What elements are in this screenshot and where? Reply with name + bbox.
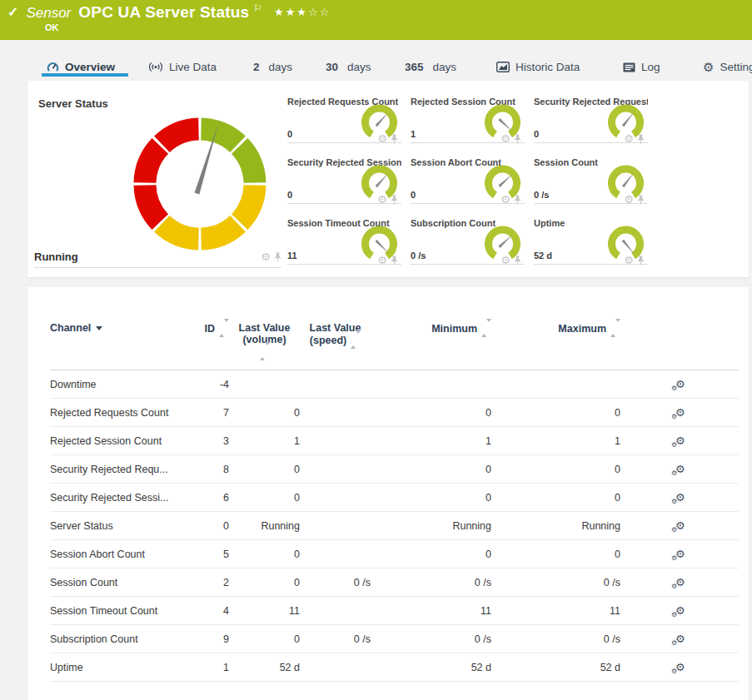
gear-icon[interactable]: ⚙: [261, 251, 271, 262]
channel-name-cell: Session Count: [50, 568, 196, 597]
channel-id-cell: 2: [196, 568, 229, 597]
maximum-cell: 0: [491, 484, 620, 512]
last-value-speed-cell: [300, 540, 371, 568]
channel-settings-icon[interactable]: ⚙⚙: [675, 379, 685, 390]
gear-icon[interactable]: ⚙: [624, 133, 634, 144]
gear-icon[interactable]: ⚙: [377, 133, 387, 144]
column-header-last-value-speed[interactable]: Last Value (speed): [300, 322, 371, 370]
gauge-segment-green: [240, 146, 255, 182]
maximum-cell: 0: [491, 399, 620, 427]
channel-settings-icon[interactable]: ⚙⚙: [675, 492, 685, 503]
gauge-needle: [498, 174, 511, 187]
gear-icon[interactable]: ⚙: [624, 194, 634, 205]
gear-icon[interactable]: ⚙: [377, 194, 387, 205]
maximum-cell: 11: [491, 597, 620, 625]
channel-settings-cell: ⚙⚙: [620, 512, 739, 540]
channel-id-cell: 4: [196, 597, 229, 625]
tab-bar: Overview Live Data 2 days 30 days 365 da…: [0, 40, 752, 81]
historic-chart-icon: [496, 62, 510, 72]
gauge-value: 11: [287, 251, 297, 261]
channel-settings-cell: ⚙⚙: [620, 653, 739, 682]
column-label: ID: [205, 323, 216, 335]
table-header-row: Channel ID Last Value (volume) Last Valu…: [50, 322, 739, 370]
pin-icon[interactable]: [637, 256, 645, 266]
gauge-value: 0 /s: [411, 251, 426, 261]
channel-settings-icon[interactable]: ⚙⚙: [675, 633, 685, 644]
channels-table: Channel ID Last Value (volume) Last Valu…: [50, 322, 739, 682]
last-value-volume-cell: [229, 370, 300, 399]
last-value-speed-cell: [300, 399, 371, 427]
channel-settings-icon[interactable]: ⚙⚙: [675, 407, 685, 418]
channel-settings-icon[interactable]: ⚙⚙: [675, 520, 685, 531]
channel-id-cell: -4: [196, 370, 229, 399]
gauge-tile: Rejected Session Count1⚙: [411, 95, 525, 156]
column-header-maximum[interactable]: Maximum: [491, 322, 620, 370]
gauge-tile: Uptime52 d⚙: [534, 216, 648, 277]
minimum-cell: 0 /s: [371, 625, 491, 653]
last-value-speed-cell: [300, 427, 371, 455]
small-gauges-grid: Rejected Requests Count0⚙Rejected Sessio…: [287, 95, 648, 277]
tab-30-days[interactable]: 30 days: [326, 61, 371, 73]
sort-icon: [260, 345, 270, 357]
column-header-id[interactable]: ID: [196, 322, 229, 370]
channel-settings-cell: ⚙⚙: [620, 370, 739, 399]
channel-name-cell: Session Abort Count: [50, 540, 196, 568]
channel-name-cell: Server Status: [50, 512, 196, 540]
flag-icon[interactable]: ⚐: [253, 2, 262, 14]
last-value-volume-cell: 11: [229, 597, 300, 625]
column-header-channel[interactable]: Channel: [50, 322, 196, 370]
pin-icon[interactable]: [391, 256, 398, 266]
channel-settings-icon[interactable]: ⚙⚙: [675, 464, 685, 474]
channel-settings-icon[interactable]: ⚙⚙: [675, 549, 685, 559]
tab-live-data[interactable]: Live Data: [148, 61, 217, 73]
pin-icon[interactable]: [391, 134, 398, 144]
channel-settings-cell: ⚙⚙: [620, 399, 739, 427]
tab-label: days: [269, 61, 293, 73]
gear-icon[interactable]: ⚙: [501, 133, 510, 144]
table-row: Uptime152 d52 d52 d⚙⚙: [50, 653, 739, 682]
channel-settings-icon[interactable]: ⚙⚙: [675, 662, 685, 673]
gear-icon[interactable]: ⚙: [501, 255, 510, 266]
pin-icon[interactable]: [514, 134, 521, 144]
column-header-last-value-volume[interactable]: Last Value (volume): [229, 322, 300, 370]
column-header-minimum[interactable]: Minimum: [371, 322, 491, 370]
maximum-cell: 0 /s: [491, 568, 620, 597]
gear-icon[interactable]: ⚙: [501, 194, 510, 205]
maximum-cell: Running: [491, 512, 620, 540]
channel-settings-icon[interactable]: ⚙⚙: [675, 605, 685, 616]
last-value-volume-cell: 1: [229, 427, 300, 455]
priority-stars[interactable]: ★★★☆☆: [274, 6, 331, 18]
tab-label: Log: [641, 61, 660, 73]
tab-settings[interactable]: ⚙ Settings: [703, 61, 752, 73]
pin-icon[interactable]: [514, 256, 521, 266]
pin-icon[interactable]: [274, 252, 281, 262]
table-row: Rejected Requests Count7000⚙⚙: [50, 399, 739, 427]
gauge-segment-red: [145, 146, 160, 182]
column-label: Channel: [50, 322, 91, 334]
tab-overview[interactable]: Overview: [47, 61, 115, 73]
tab-historic-data[interactable]: Historic Data: [496, 61, 580, 73]
sensor-status-text: OK: [45, 22, 59, 32]
tab-365-days[interactable]: 365 days: [405, 61, 456, 73]
tab-label: Live Data: [169, 61, 217, 73]
channel-settings-icon[interactable]: ⚙⚙: [675, 435, 685, 446]
sort-icon: [219, 322, 229, 334]
channel-name-cell: Rejected Requests Count: [50, 399, 196, 427]
minimum-cell: 0: [371, 455, 491, 484]
gear-icon[interactable]: ⚙: [624, 255, 634, 266]
gauge-tile: Session Timeout Count11⚙: [287, 216, 401, 277]
gauge-needle: [622, 112, 634, 127]
pin-icon[interactable]: [637, 134, 645, 144]
maximum-cell: 52 d: [491, 653, 620, 682]
channel-settings-icon[interactable]: ⚙⚙: [675, 577, 685, 588]
tab-log[interactable]: Log: [623, 61, 660, 73]
gear-icon[interactable]: ⚙: [377, 255, 387, 266]
gauge-value: 1: [411, 129, 416, 139]
pin-icon[interactable]: [391, 195, 398, 205]
log-icon: [623, 62, 635, 72]
pin-icon[interactable]: [637, 195, 645, 205]
gauge-title: Session Count: [534, 157, 598, 167]
tab-2-days[interactable]: 2 days: [253, 61, 292, 73]
pin-icon[interactable]: [514, 195, 521, 205]
minimum-cell: 11: [371, 597, 491, 625]
